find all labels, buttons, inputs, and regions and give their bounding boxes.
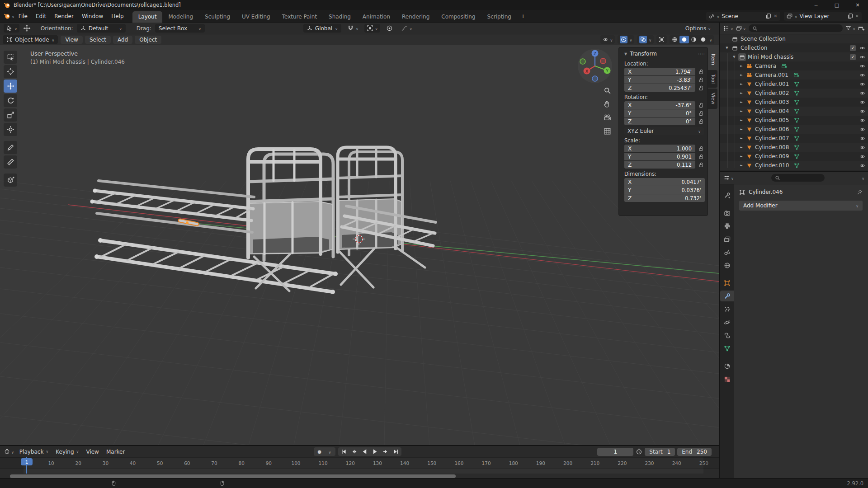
viewport-menu-item[interactable]: View — [61, 36, 82, 44]
tab-tool[interactable] — [720, 190, 734, 201]
outliner-item-label[interactable]: Cylinder.007 — [755, 135, 789, 141]
auto-key-record-button[interactable]: ● — [314, 448, 325, 455]
hide-eye-toggle[interactable] — [859, 117, 865, 123]
visibility-dropdown[interactable] — [600, 35, 615, 44]
outliner-row[interactable]: Cylinder.007 ✓ — [720, 134, 868, 143]
proportional-editing-toggle[interactable] — [384, 24, 395, 33]
outliner-row[interactable]: Cylinder.009 ✓ — [720, 152, 868, 161]
timeline-menu-item[interactable]: View — [82, 448, 102, 456]
maximize-button[interactable]: □ — [826, 0, 847, 10]
tab-modifiers[interactable] — [720, 291, 734, 301]
overlays-toggle[interactable] — [637, 35, 654, 44]
timeline-menu-item[interactable]: Playback — [16, 448, 52, 456]
next-keyframe-button[interactable] — [380, 448, 391, 455]
workspace-tab[interactable]: Modeling — [162, 11, 199, 23]
timeline-ruler[interactable]: 1020304050607080901001101201301401501601… — [0, 457, 719, 468]
remove-view-layer-icon[interactable]: ✕ — [855, 14, 859, 19]
viewport-3d[interactable]: Z X Y User Perspective (1) Mini Mod chas… — [0, 45, 719, 445]
editor-type-dropdown[interactable] — [724, 175, 734, 181]
current-frame-badge[interactable]: 1 — [21, 458, 33, 465]
disclosure-arrow-icon[interactable] — [739, 100, 744, 104]
outliner-row[interactable]: Collection ✓ — [720, 43, 868, 52]
move-tool[interactable] — [4, 80, 17, 93]
cursor-tool[interactable] — [4, 65, 17, 78]
rotation-mode-dropdown[interactable]: XYZ Euler — [624, 127, 704, 135]
properties-options-dropdown[interactable] — [862, 175, 864, 181]
disclosure-arrow-icon[interactable] — [739, 118, 744, 122]
solid-shading-button[interactable] — [679, 36, 689, 43]
hide-eye-toggle[interactable] — [859, 63, 865, 69]
tab-scene[interactable] — [720, 247, 734, 258]
orientation-dropdown[interactable]: Default — [77, 24, 126, 33]
measure-tool[interactable] — [4, 155, 17, 169]
new-view-layer-icon[interactable] — [847, 13, 853, 19]
options-dropdown[interactable]: Options — [683, 24, 713, 33]
viewport-menu-item[interactable]: Add — [113, 36, 132, 44]
tab-render[interactable] — [720, 207, 734, 218]
outliner-row[interactable]: Mini Mod chassis ✓ — [720, 52, 868, 61]
outliner-row[interactable]: Cylinder.002 ✓ — [720, 89, 868, 98]
camera-view-icon[interactable] — [604, 114, 611, 122]
hide-eye-toggle[interactable] — [859, 163, 865, 169]
play-reverse-button[interactable] — [359, 448, 370, 455]
tab-constraints[interactable] — [720, 330, 734, 341]
outliner-item-label[interactable]: Cylinder.009 — [755, 153, 789, 160]
active-tool-button[interactable] — [4, 24, 19, 33]
outliner-item-label[interactable]: Cylinder.006 — [755, 126, 789, 132]
workspace-tab[interactable]: Compositing — [435, 11, 481, 23]
new-scene-icon[interactable] — [765, 13, 771, 19]
jump-to-end-button[interactable] — [391, 448, 401, 455]
mode-dropdown[interactable]: Object Mode — [3, 35, 58, 44]
select-box-tool[interactable] — [4, 51, 17, 64]
add-cube-tool[interactable] — [4, 174, 17, 187]
snap-settings-dropdown[interactable] — [364, 24, 380, 33]
scale-value-field[interactable]: X1.000 — [624, 145, 695, 152]
disclosure-arrow-icon[interactable] — [725, 46, 729, 50]
disclosure-arrow-icon[interactable] — [739, 145, 744, 149]
lock-icon[interactable] — [697, 145, 705, 151]
workspace-tab[interactable]: Shading — [323, 11, 357, 23]
lock-icon[interactable] — [697, 118, 705, 124]
scene-selector[interactable]: Scene ✕ — [706, 12, 780, 21]
lock-icon[interactable] — [697, 154, 705, 160]
sidebar-tab[interactable]: View — [708, 89, 717, 108]
play-button[interactable] — [370, 448, 380, 455]
sidebar-tab[interactable]: Tool — [708, 70, 717, 88]
panel-grip-icon[interactable]: ∷∷ — [698, 52, 705, 56]
outliner-row[interactable]: Scene Collection ✓ — [720, 34, 868, 43]
current-frame-field[interactable]: 1 — [597, 448, 633, 456]
hide-eye-toggle[interactable] — [859, 154, 865, 160]
disclosure-arrow-icon[interactable] — [739, 155, 744, 158]
outliner-row[interactable]: Camera.001 ✓ — [720, 70, 868, 80]
menubar-item[interactable]: File — [14, 12, 32, 21]
dimensions-value-field[interactable]: Z0.732' — [624, 194, 705, 202]
shading-dropdown[interactable] — [708, 36, 713, 44]
tab-texture[interactable] — [720, 374, 734, 385]
hide-eye-toggle[interactable] — [859, 108, 865, 114]
tab-object-data[interactable] — [720, 343, 734, 354]
hide-eye-toggle[interactable] — [859, 54, 865, 60]
disclosure-arrow-icon[interactable] — [739, 109, 744, 113]
tab-object[interactable] — [720, 277, 734, 288]
outliner-item-label[interactable]: Scene Collection — [741, 36, 786, 42]
tab-view-layer[interactable] — [720, 234, 734, 244]
drag-dropdown[interactable]: Select Box — [155, 24, 205, 33]
menubar-item[interactable]: Render — [50, 12, 78, 21]
material-preview-button[interactable] — [689, 36, 698, 43]
add-modifier-dropdown[interactable]: Add Modifier — [739, 201, 863, 211]
timeline-menu-item[interactable]: Marker — [103, 448, 128, 456]
annotate-tool[interactable] — [4, 141, 17, 154]
collection-checkbox[interactable]: ✓ — [850, 45, 856, 51]
disclosure-arrow-icon[interactable] — [732, 55, 736, 59]
sidebar-tab[interactable]: Item — [708, 50, 717, 69]
lock-icon[interactable] — [697, 110, 705, 116]
timeline-track[interactable] — [0, 468, 719, 474]
keying-set-dropdown[interactable] — [325, 448, 335, 455]
hide-eye-toggle[interactable] — [859, 127, 865, 132]
panel-collapse-icon[interactable]: ▼ — [624, 52, 627, 56]
minimize-button[interactable]: ─ — [806, 0, 826, 10]
proportional-falloff-dropdown[interactable] — [399, 24, 415, 33]
rotate-tool[interactable] — [4, 94, 17, 107]
breadcrumb-object-name[interactable]: Cylinder.046 — [749, 189, 783, 195]
menubar-item[interactable]: Window — [78, 12, 107, 21]
